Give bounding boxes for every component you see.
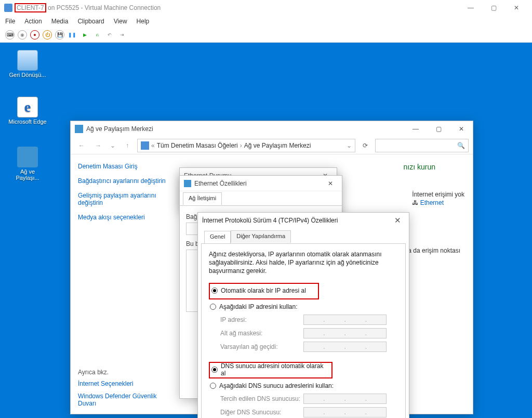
recycle-label: Geri Dönüşü...	[8, 72, 47, 78]
nc-maximize-button[interactable]: ▢	[427, 122, 450, 136]
tab-alternate[interactable]: Diğer Yapılandırma	[231, 230, 291, 243]
radio-use-ip-icon	[210, 304, 216, 310]
vm-titlebar: CLIENT-7 on PC5525 - Virtual Machine Con…	[0, 0, 532, 16]
search-icon: 🔍	[457, 142, 465, 149]
edge-glyph-icon	[17, 97, 38, 117]
radio-auto-dns-label: DNS sunucu adresini otomatik olarak al	[221, 362, 329, 377]
address-bar: ← → ⌄ ↑ « Tüm Denetim Masası Öğeleri › A…	[71, 137, 473, 154]
access-point-fragment: a da erişim noktası	[408, 247, 460, 254]
menu-action[interactable]: Action	[24, 18, 42, 25]
share-button[interactable]: ⇥	[117, 30, 127, 40]
radio-auto-dns-icon	[211, 367, 218, 373]
ep-close-button[interactable]: ✕	[319, 176, 342, 191]
radio-auto-dns[interactable]: DNS sunucu adresini otomatik olarak al	[211, 364, 329, 375]
radio-auto-ip[interactable]: Otomatik olarak bir IP adresi al	[211, 285, 316, 296]
ipv4-panel: Ağınız destekliyorsa, IP ayarlarının oto…	[201, 244, 406, 418]
edge-label: Microsoft Edge	[8, 119, 47, 125]
refresh-button[interactable]: ⟳	[358, 139, 372, 152]
no-internet-label: İnternet erişimi yok	[412, 191, 464, 198]
recycle-icon	[17, 50, 38, 71]
start-button[interactable]: ▶	[80, 30, 89, 40]
input-default-gateway: ...	[303, 342, 387, 352]
checkpoint-button[interactable]: ⎌	[92, 30, 102, 40]
turnoff-button[interactable]: ●	[30, 30, 39, 40]
edge-icon[interactable]: Microsoft Edge	[8, 97, 47, 125]
nc-close-button[interactable]: ✕	[450, 122, 473, 136]
breadcrumb-icon	[141, 141, 149, 150]
minimize-button[interactable]: —	[459, 1, 482, 15]
nc-minimize-button[interactable]: —	[404, 122, 427, 136]
crumb-1[interactable]: Tüm Denetim Masası Öğeleri	[157, 142, 238, 149]
menu-help[interactable]: Help	[137, 18, 150, 25]
row-alternate-dns: Diğer DNS Sunucusu: ...	[220, 407, 398, 418]
network-label: Ağ ve Paylaşı...	[8, 168, 47, 181]
link-defender-firewall[interactable]: Windows Defender Güvenlik Duvarı	[78, 393, 167, 407]
radio-auto-ip-label: Otomatik olarak bir IP adresi al	[221, 287, 306, 294]
label-preferred-dns: Tercih edilen DNS sunucusu:	[220, 395, 303, 402]
label-subnet-mask: Alt ağ maskesi:	[220, 330, 303, 337]
network-center-icon	[75, 125, 83, 133]
vm-icon	[4, 4, 12, 12]
link-cp-home[interactable]: Denetim Masası Giriş	[78, 163, 167, 170]
menu-clipboard[interactable]: Clipboard	[77, 18, 104, 25]
side-pane: Denetim Masası Giriş Bağdaştırıcı ayarla…	[71, 154, 175, 414]
radio-auto-ip-icon	[211, 288, 218, 294]
close-button[interactable]: ✕	[505, 1, 528, 15]
input-ip-address: ...	[303, 315, 387, 325]
input-alternate-dns: ...	[303, 407, 387, 417]
recent-button[interactable]: ⌄	[108, 139, 117, 152]
row-default-gateway: Varsayılan ağ geçidi: ...	[220, 341, 398, 352]
maximize-button[interactable]: ▢	[482, 1, 505, 15]
crumb-2[interactable]: Ağ ve Paylaşım Merkezi	[244, 142, 311, 149]
link-advanced-sharing[interactable]: Gelişmiş paylaşım ayarlarını değiştirin	[78, 192, 167, 206]
ipv4-tabs: Genel Diğer Yapılandırma	[201, 230, 406, 244]
radio-use-dns[interactable]: Aşağıdaki DNS sunucu adreslerini kullan:	[210, 381, 398, 391]
ethernet-prop-icon	[184, 180, 191, 187]
see-also-label: Ayrıca bkz.	[78, 369, 167, 376]
auto-ip-highlight: Otomatik olarak bir IP adresi al	[209, 283, 319, 299]
network-icon	[17, 147, 38, 167]
search-input[interactable]: 🔍	[375, 139, 469, 152]
ipv4-properties-window: İnternet Protokolü Sürüm 4 (TCP/IPv4) Öz…	[197, 212, 409, 418]
network-center-titlebar[interactable]: Ağ ve Paylaşım Merkezi — ▢ ✕	[71, 121, 473, 137]
label-default-gateway: Varsayılan ağ geçidi:	[220, 343, 303, 350]
back-button[interactable]: ←	[75, 139, 88, 152]
ethernet-properties-title: Ethernet Özellikleri	[194, 180, 247, 187]
save-button[interactable]: 💾	[55, 30, 64, 40]
radio-use-ip-label: Aşağıdaki IP adresini kullan:	[219, 303, 298, 310]
breadcrumb[interactable]: « Tüm Denetim Masası Öğeleri › Ağ ve Pay…	[137, 139, 355, 152]
network-sharing-shortcut[interactable]: Ağ ve Paylaşı...	[8, 147, 47, 181]
toolbar-btn-2[interactable]: ◉	[18, 30, 27, 40]
active-network-block: İnternet erişimi yok 🖧 Ethernet	[412, 191, 464, 206]
link-adapter-settings[interactable]: Bağdaştırıcı ayarlarını değiştirin	[78, 177, 167, 185]
ctrl-alt-del-button[interactable]: ⌨	[5, 30, 15, 40]
ipv4-description: Ağınız destekliyorsa, IP ayarlarının oto…	[209, 250, 398, 276]
radio-use-dns-icon	[210, 383, 216, 389]
tab-general[interactable]: Genel	[204, 231, 231, 243]
shutdown-button[interactable]: ⏻	[43, 30, 52, 40]
up-button[interactable]: ↑	[121, 139, 134, 152]
input-preferred-dns: ...	[303, 394, 387, 404]
tab-networking[interactable]: Ağ İletişimi	[183, 192, 222, 205]
ethernet-link[interactable]: Ethernet	[420, 199, 444, 206]
menu-media[interactable]: Media	[51, 18, 69, 25]
recycle-bin-icon[interactable]: Geri Dönüşü...	[8, 50, 47, 78]
ep-tabs: Ağ İletişimi	[180, 192, 342, 206]
menu-view[interactable]: View	[114, 18, 127, 25]
menu-file[interactable]: File	[5, 18, 15, 25]
vm-client-highlight: CLIENT-7	[15, 3, 46, 12]
radio-use-dns-label: Aşağıdaki DNS sunucu adreslerini kullan:	[219, 382, 334, 389]
vm-toolbar: ⌨ ◉ ● ⏻ 💾 ❚❚ ▶ ⎌ ↶ ⇥	[0, 27, 532, 43]
pause-button[interactable]: ❚❚	[68, 30, 77, 40]
forward-button[interactable]: →	[91, 139, 105, 152]
vm-title-rest: on PC5525 - Virtual Machine Connection	[48, 4, 161, 11]
vm-window-controls: — ▢ ✕	[459, 1, 528, 15]
link-internet-options[interactable]: İnternet Seçenekleri	[78, 380, 167, 387]
label-alternate-dns: Diğer DNS Sunucusu:	[220, 409, 303, 416]
input-subnet-mask: ...	[303, 328, 387, 338]
revert-button[interactable]: ↶	[105, 30, 114, 40]
link-media-streaming[interactable]: Medya akışı seçenekleri	[78, 214, 167, 221]
guest-desktop[interactable]: Geri Dönüşü... Microsoft Edge Ağ ve Payl…	[0, 43, 532, 418]
radio-use-ip[interactable]: Aşağıdaki IP adresini kullan:	[210, 302, 398, 312]
ipv4-close-button[interactable]: ✕	[386, 213, 409, 228]
